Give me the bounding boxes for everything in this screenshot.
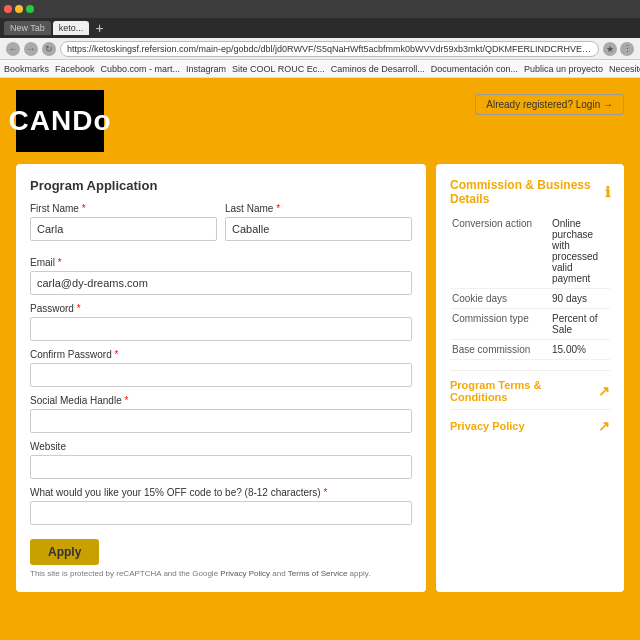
apply-button[interactable]: Apply <box>30 539 99 565</box>
tab-active[interactable]: keto... <box>53 21 90 35</box>
cookie-days-row: Cookie days 90 days <box>450 289 610 309</box>
last-name-input[interactable] <box>225 217 412 241</box>
url-bar[interactable]: https://ketoskingsf.refersion.com/main-e… <box>60 41 599 57</box>
page-header: CANDo Already registered? Login → <box>16 90 624 152</box>
bookmark-site[interactable]: Site COOL ROUC Ec... <box>232 64 325 74</box>
form-right: Commission & Business Details ℹ Conversi… <box>436 164 624 592</box>
bookmark-cubbo[interactable]: Cubbo.com - mart... <box>101 64 181 74</box>
tos-link[interactable]: Terms of Service <box>288 569 348 578</box>
email-input[interactable] <box>30 271 412 295</box>
confirm-password-label: Confirm Password * <box>30 349 412 360</box>
form-title: Program Application <box>30 178 412 193</box>
tab-bar: New Tab keto... + <box>0 18 640 38</box>
password-input[interactable] <box>30 317 412 341</box>
commission-table: Conversion action Online purchase with p… <box>450 214 610 360</box>
divider2 <box>450 409 610 410</box>
cookie-days-value: 90 days <box>550 289 610 309</box>
terms-arrow-icon: ↗ <box>598 383 610 399</box>
website-input[interactable] <box>30 455 412 479</box>
confirm-password-input[interactable] <box>30 363 412 387</box>
form-container: Program Application First Name * Last Na… <box>16 164 624 592</box>
divider1 <box>450 370 610 371</box>
password-group: Password * <box>30 303 412 341</box>
page-content: CANDo Already registered? Login → Progra… <box>0 78 640 640</box>
coupon-label: What would you like your 15% OFF code to… <box>30 487 412 498</box>
required-star2: * <box>276 203 280 214</box>
email-label: Email * <box>30 257 412 268</box>
name-row: First Name * Last Name * <box>30 203 412 249</box>
bookmark-icon[interactable]: ★ <box>603 42 617 56</box>
bookmark-instagram[interactable]: Instagram <box>186 64 226 74</box>
tab-newtab[interactable]: New Tab <box>4 21 51 35</box>
email-group: Email * <box>30 257 412 295</box>
last-name-group: Last Name * <box>225 203 412 241</box>
form-left: Program Application First Name * Last Na… <box>16 164 426 592</box>
captcha-notice: This site is protected by reCAPTCHA and … <box>30 569 412 578</box>
privacy-arrow-icon: ↗ <box>598 418 610 434</box>
logo: CANDo <box>16 90 104 152</box>
refresh-button[interactable]: ↻ <box>42 42 56 56</box>
social-media-input[interactable] <box>30 409 412 433</box>
bookmark-doc[interactable]: Documentación con... <box>431 64 518 74</box>
login-button[interactable]: Already registered? Login → <box>475 94 624 115</box>
coupon-input[interactable] <box>30 501 412 525</box>
first-name-group: First Name * <box>30 203 217 241</box>
password-label: Password * <box>30 303 412 314</box>
last-name-label: Last Name * <box>225 203 412 214</box>
privacy-link[interactable]: Privacy Policy <box>220 569 270 578</box>
first-name-label: First Name * <box>30 203 217 214</box>
confirm-password-group: Confirm Password * <box>30 349 412 387</box>
browser-chrome <box>0 0 640 18</box>
info-icon: ℹ <box>605 184 610 200</box>
nav-bar: ← → ↻ https://ketoskingsf.refersion.com/… <box>0 38 640 60</box>
back-button[interactable]: ← <box>6 42 20 56</box>
base-commission-value: 15.00% <box>550 340 610 360</box>
base-commission-label: Base commission <box>450 340 550 360</box>
conversion-action-label: Conversion action <box>450 214 550 289</box>
website-group: Website <box>30 441 412 479</box>
base-commission-row: Base commission 15.00% <box>450 340 610 360</box>
bookmarks-bar: Bookmarks Facebook Cubbo.com - mart... I… <box>0 60 640 78</box>
conversion-action-value: Online purchase with processed valid pay… <box>550 214 610 289</box>
required-star: * <box>82 203 86 214</box>
website-label: Website <box>30 441 412 452</box>
first-name-input[interactable] <box>30 217 217 241</box>
settings-icon[interactable]: ⋮ <box>620 42 634 56</box>
commission-type-row: Commission type Percent of Sale <box>450 309 610 340</box>
new-tab-button[interactable]: + <box>91 20 107 36</box>
bookmark-publica[interactable]: Publica un proyecto <box>524 64 603 74</box>
bookmark-bookmarks[interactable]: Bookmarks <box>4 64 49 74</box>
terms-link[interactable]: Program Terms & Conditions ↗ <box>450 379 610 403</box>
social-media-label: Social Media Handle * <box>30 395 412 406</box>
conversion-action-row: Conversion action Online purchase with p… <box>450 214 610 289</box>
commission-type-value: Percent of Sale <box>550 309 610 340</box>
privacy-policy-link[interactable]: Privacy Policy ↗ <box>450 418 610 434</box>
bookmark-caminos[interactable]: Caminos de Desarroll... <box>331 64 425 74</box>
commission-type-label: Commission type <box>450 309 550 340</box>
social-media-group: Social Media Handle * <box>30 395 412 433</box>
bookmark-facebook[interactable]: Facebook <box>55 64 95 74</box>
bookmark-necesito[interactable]: Necesito projectos... <box>609 64 640 74</box>
logo-text: CANDo <box>9 105 112 137</box>
forward-button[interactable]: → <box>24 42 38 56</box>
coupon-group: What would you like your 15% OFF code to… <box>30 487 412 525</box>
cookie-days-label: Cookie days <box>450 289 550 309</box>
commission-section-title: Commission & Business Details ℹ <box>450 178 610 206</box>
